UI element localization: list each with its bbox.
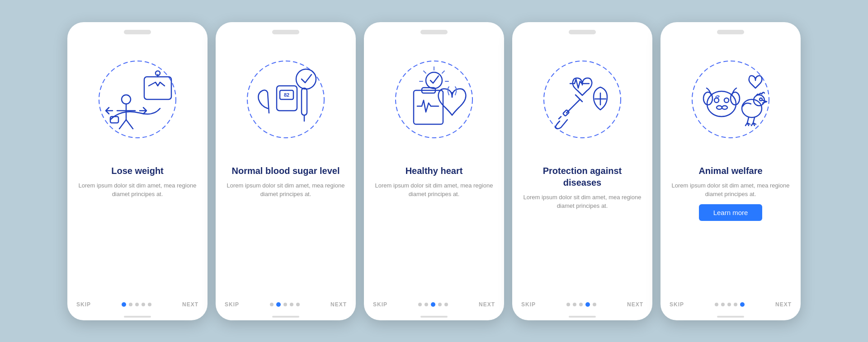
dot-3-1 bbox=[425, 303, 428, 306]
phone-notch-2 bbox=[272, 30, 299, 34]
dot-1-0 bbox=[122, 302, 126, 307]
dots-row-5 bbox=[715, 302, 745, 307]
svg-rect-4 bbox=[110, 117, 118, 123]
dot-1-4 bbox=[148, 303, 151, 306]
phone-desc-blood-sugar: Lorem ipsum dolor sit dim amet, mea regi… bbox=[226, 181, 345, 199]
phone-content-protection: Protection against diseases Lorem ipsum … bbox=[512, 165, 652, 301]
skip-label-4[interactable]: SKIP bbox=[521, 301, 536, 308]
phone-desc-lose-weight: Lorem ipsum dolor sit dim amet, mea regi… bbox=[78, 181, 197, 199]
dot-5-1 bbox=[721, 303, 725, 306]
phone-content-animal-welfare: Animal welfare Lorem ipsum dolor sit dim… bbox=[660, 165, 801, 301]
phone-lose-weight: Lose weight Lorem ipsum dolor sit dim am… bbox=[67, 22, 208, 320]
phone-title-blood-sugar: Normal blood sugar level bbox=[232, 165, 340, 177]
learn-more-button[interactable]: Learn more bbox=[699, 204, 763, 221]
phone-bottom-healthy-heart: SKIP NEXT bbox=[364, 301, 504, 316]
svg-point-35 bbox=[724, 98, 729, 103]
svg-line-8 bbox=[119, 120, 126, 129]
phone-title-animal-welfare: Animal welfare bbox=[698, 165, 762, 177]
skip-label-3[interactable]: SKIP bbox=[373, 301, 387, 308]
dot-1-1 bbox=[129, 303, 132, 306]
svg-point-17 bbox=[426, 72, 442, 89]
phones-container: Lose weight Lorem ipsum dolor sit dim am… bbox=[67, 22, 801, 320]
svg-text:82: 82 bbox=[284, 92, 289, 98]
next-label-2[interactable]: NEXT bbox=[330, 301, 347, 308]
skip-label-2[interactable]: SKIP bbox=[225, 301, 239, 308]
dot-5-4 bbox=[740, 302, 745, 307]
svg-rect-15 bbox=[302, 88, 307, 115]
phone-notch-5 bbox=[717, 30, 744, 34]
dots-row-4 bbox=[566, 302, 596, 307]
phone-illustration-healthy-heart bbox=[364, 38, 504, 165]
phone-content-healthy-heart: Healthy heart Lorem ipsum dolor sit dim … bbox=[364, 165, 504, 301]
dot-1-2 bbox=[135, 303, 139, 306]
svg-point-40 bbox=[760, 98, 762, 101]
phone-bottom-bar-4 bbox=[569, 316, 596, 318]
svg-rect-1 bbox=[144, 77, 171, 99]
phone-protection: Protection against diseases Lorem ipsum … bbox=[512, 22, 652, 320]
dot-2-0 bbox=[270, 303, 274, 306]
phone-title-healthy-heart: Healthy heart bbox=[406, 165, 463, 177]
svg-point-34 bbox=[714, 98, 719, 103]
phone-bottom-lose-weight: SKIP NEXT bbox=[67, 301, 208, 316]
phone-bottom-bar-5 bbox=[717, 316, 744, 318]
svg-point-37 bbox=[722, 106, 727, 109]
phone-bottom-bar-3 bbox=[420, 316, 448, 318]
dot-3-2 bbox=[431, 302, 435, 307]
dot-5-0 bbox=[715, 303, 718, 306]
phone-blood-sugar: 82 Normal blood sugar level Lorem ipsum … bbox=[216, 22, 356, 320]
svg-point-11 bbox=[296, 69, 316, 89]
phone-desc-healthy-heart: Lorem ipsum dolor sit dim amet, mea regi… bbox=[375, 181, 493, 199]
next-label-4[interactable]: NEXT bbox=[627, 301, 643, 308]
blood-sugar-illustration: 82 bbox=[234, 50, 338, 154]
svg-line-9 bbox=[126, 120, 133, 129]
dot-3-3 bbox=[438, 303, 442, 306]
dot-4-4 bbox=[593, 303, 596, 306]
phone-top-bar-5 bbox=[660, 22, 801, 38]
phone-bottom-protection: SKIP NEXT bbox=[512, 301, 652, 316]
next-label-1[interactable]: NEXT bbox=[182, 301, 198, 308]
animal-welfare-illustration bbox=[679, 50, 783, 154]
dot-4-0 bbox=[566, 303, 570, 306]
dot-3-4 bbox=[444, 303, 448, 306]
phone-content-blood-sugar: Normal blood sugar level Lorem ipsum dol… bbox=[216, 165, 356, 301]
svg-line-29 bbox=[559, 117, 561, 119]
phone-top-bar-3 bbox=[364, 22, 504, 38]
phone-illustration-animal-welfare bbox=[660, 38, 801, 165]
skip-label-1[interactable]: SKIP bbox=[76, 301, 91, 308]
svg-point-36 bbox=[717, 106, 722, 109]
svg-point-5 bbox=[122, 95, 131, 104]
phone-bottom-bar-1 bbox=[124, 316, 151, 318]
phone-top-bar-2 bbox=[216, 22, 356, 38]
phone-notch-4 bbox=[569, 30, 596, 34]
dot-1-3 bbox=[142, 303, 145, 306]
phone-illustration-lose-weight bbox=[67, 38, 208, 165]
phone-illustration-protection bbox=[512, 38, 652, 165]
phone-content-lose-weight: Lose weight Lorem ipsum dolor sit dim am… bbox=[67, 165, 208, 301]
dot-4-3 bbox=[585, 302, 590, 307]
phone-title-lose-weight: Lose weight bbox=[111, 165, 164, 177]
dot-2-2 bbox=[283, 303, 287, 306]
phone-notch-1 bbox=[124, 30, 151, 34]
dot-4-1 bbox=[573, 303, 576, 306]
dots-row-2 bbox=[270, 302, 300, 307]
healthy-heart-illustration bbox=[382, 50, 486, 154]
dot-2-3 bbox=[290, 303, 293, 306]
svg-line-21 bbox=[424, 71, 426, 73]
dot-2-1 bbox=[276, 302, 281, 307]
phone-desc-animal-welfare: Lorem ipsum dolor sit dim amet, mea regi… bbox=[671, 181, 790, 199]
phone-bottom-blood-sugar: SKIP NEXT bbox=[216, 301, 356, 316]
dot-4-2 bbox=[579, 303, 583, 306]
phone-notch-3 bbox=[420, 30, 448, 34]
dots-row-1 bbox=[122, 302, 151, 307]
phone-bottom-bar-2 bbox=[272, 316, 299, 318]
skip-label-5[interactable]: SKIP bbox=[670, 301, 684, 308]
dot-5-3 bbox=[734, 303, 737, 306]
next-label-3[interactable]: NEXT bbox=[479, 301, 495, 308]
dot-3-0 bbox=[418, 303, 422, 306]
dot-2-4 bbox=[296, 303, 300, 306]
phone-title-protection: Protection against diseases bbox=[523, 165, 642, 188]
phone-top-bar-4 bbox=[512, 22, 652, 38]
phone-top-bar-1 bbox=[67, 22, 208, 38]
protection-illustration bbox=[530, 50, 634, 154]
next-label-5[interactable]: NEXT bbox=[775, 301, 792, 308]
